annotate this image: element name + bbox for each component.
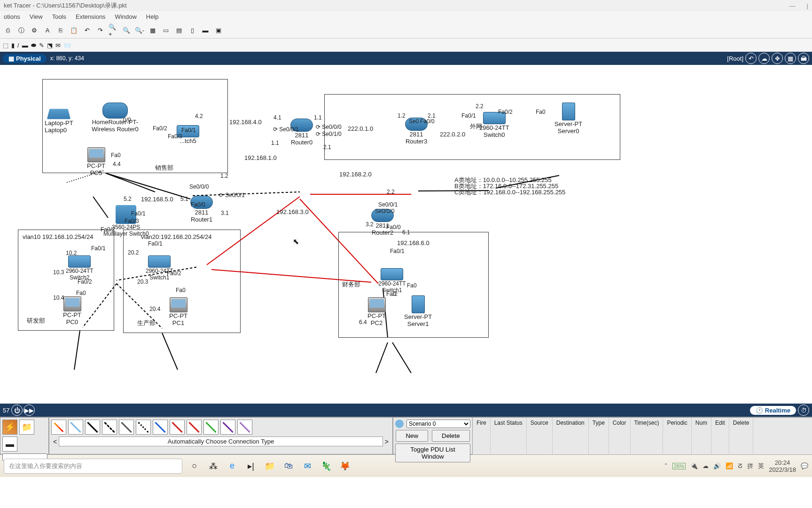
conn-fiber[interactable] [119, 420, 134, 435]
select-icon[interactable]: ⬚ [3, 42, 8, 49]
col-fire[interactable]: Fire [473, 418, 491, 454]
conn-serial-dte[interactable] [187, 420, 202, 435]
cable-auto-icon[interactable]: ⚡ [2, 420, 17, 435]
conn-serial-dce[interactable] [170, 420, 185, 435]
delete-button[interactable]: Delete [432, 430, 470, 442]
envelope-icon[interactable]: ✉ [55, 42, 61, 49]
col-laststatus[interactable]: Last Status [491, 418, 527, 454]
col-time[interactable]: Time(sec) [631, 418, 664, 454]
firefox-icon[interactable]: 🦊 [338, 460, 351, 473]
conn-console[interactable] [68, 420, 83, 435]
edge-icon[interactable]: e [226, 460, 239, 473]
undo-icon[interactable]: ↶ [82, 25, 92, 36]
ime-pinyin-icon[interactable]: 拼 [747, 462, 753, 470]
zoom-reset-icon[interactable]: 🔍 [121, 25, 132, 36]
conn-cross[interactable] [102, 420, 117, 435]
device-switch2[interactable]: 2960-24TT Switch2 [66, 255, 94, 281]
realtime-button[interactable]: 🕐 Realtime [750, 406, 796, 415]
app-icon[interactable]: ⁂ [207, 460, 220, 473]
menu-window[interactable]: Window [115, 13, 137, 21]
envelope2-icon[interactable]: 📨 [63, 42, 71, 49]
grid-button[interactable]: ▦ [785, 53, 796, 64]
onedrive-icon[interactable]: ☁ [703, 462, 709, 469]
conn-coax[interactable] [153, 420, 168, 435]
col-edit[interactable]: Edit [711, 418, 729, 454]
device-pc5[interactable]: PC-PT PC5 [87, 147, 105, 176]
conn-octal[interactable] [203, 420, 219, 435]
back-button[interactable]: ↶ [745, 53, 757, 64]
info-icon[interactable]: ⓘ [16, 25, 26, 36]
conn-auto[interactable] [51, 420, 66, 435]
store-icon[interactable]: 🛍 [282, 460, 295, 473]
menu-tools[interactable]: Tools [52, 13, 66, 21]
note2-icon[interactable]: ▮ [11, 42, 15, 49]
device-pc2[interactable]: PC-PT PC2 [367, 297, 386, 326]
device-laptop0[interactable]: Laptop-PT Laptop0 [45, 107, 73, 134]
device-router1[interactable]: 2811 Router1 [190, 196, 213, 223]
mail-icon[interactable]: ✉ [301, 460, 314, 473]
panel-icon[interactable]: ▣ [213, 25, 224, 36]
ime-lang[interactable]: 英 [758, 462, 764, 470]
conn-phone[interactable] [136, 420, 151, 435]
power-button[interactable]: ⏻ [11, 405, 23, 416]
scenario-select[interactable]: Scenario 0 [406, 420, 470, 428]
scroll-right[interactable]: > [383, 438, 390, 445]
col-source[interactable]: Source [527, 418, 553, 454]
resize-icon[interactable]: ⬔ [47, 42, 53, 49]
layout-icon[interactable]: ▭ [161, 25, 171, 36]
device-wireless-router[interactable]: HomeRouter-PT- Wireless Router0 [92, 103, 139, 133]
conn-straight[interactable] [85, 420, 100, 435]
conn-custom[interactable] [237, 420, 252, 435]
bluetooth-icon[interactable]: ⵒ [738, 462, 742, 469]
col-type[interactable]: Type [589, 418, 609, 454]
zoom-out-icon[interactable]: 🔍- [134, 25, 145, 36]
device-switch1-prod[interactable]: 2960-24TT Switch1 [146, 255, 173, 281]
col-periodic[interactable]: Periodic [663, 418, 691, 454]
tray-up-icon[interactable]: ˄ [664, 462, 668, 469]
windows-search[interactable]: 在这里输入你要搜索的内容 [4, 459, 182, 474]
menu-extensions[interactable]: Extensions [76, 13, 106, 21]
minimize-button[interactable]: — [789, 2, 796, 9]
layout2-icon[interactable]: ▤ [174, 25, 184, 36]
app2-icon[interactable]: 🦎 [320, 460, 333, 473]
bg-button[interactable]: 🏔 [798, 53, 809, 64]
cortana-icon[interactable]: ○ [188, 460, 201, 473]
menu-options[interactable]: otions [4, 13, 20, 21]
device-pc0[interactable]: PC-PT PC0 [63, 296, 81, 325]
menu-view[interactable]: View [30, 13, 43, 21]
workspace[interactable]: Laptop-PT Laptop0 HomeRouter-PT- Wireles… [0, 65, 812, 404]
explorer-icon[interactable]: 📁 [263, 460, 276, 473]
device-switch0[interactable]: 2960-24TT Switch0 [479, 112, 509, 138]
toggle-pdu-button[interactable]: Toggle PDU List Window [395, 444, 470, 462]
clock[interactable]: 20:242022/3/18 [769, 459, 796, 473]
sound-icon[interactable]: 🔊 [713, 462, 721, 469]
device-icon[interactable]: ▬ [200, 25, 211, 36]
wifi-icon[interactable]: 📶 [726, 462, 733, 469]
cloud-button[interactable]: ☁ [758, 53, 770, 64]
power-icon[interactable]: 🔌 [690, 462, 698, 469]
close-button[interactable]: | [807, 2, 808, 9]
print-icon[interactable]: ⎙ [3, 25, 13, 36]
physical-tab[interactable]: ▦ Physical [3, 54, 47, 63]
conn-usb[interactable] [220, 420, 235, 435]
sim-button[interactable]: ⏱ [798, 405, 809, 416]
rect-icon[interactable]: ▬ [22, 42, 28, 49]
device-switch1-fin[interactable]: 2960-24TT Switch1 [378, 268, 406, 294]
zoom-in-icon[interactable]: 🔍+ [108, 25, 118, 36]
paste-icon[interactable]: 📋 [69, 25, 79, 36]
step-button[interactable]: ▶▶ [23, 405, 35, 416]
notifications-icon[interactable]: 💬 [801, 462, 808, 469]
col-delete[interactable]: Delete [729, 418, 754, 454]
line-icon[interactable]: / [17, 42, 19, 49]
taskview-icon[interactable]: ▸| [244, 460, 258, 473]
note-icon[interactable]: ▯ [187, 25, 197, 36]
scroll-left[interactable]: < [51, 438, 59, 445]
battery-icon[interactable]: 26% [672, 463, 686, 469]
redo-icon[interactable]: ↷ [95, 25, 105, 36]
move-button[interactable]: ✥ [772, 53, 783, 64]
device-pc1[interactable]: PC-PT PC1 [169, 297, 187, 326]
device-server1[interactable]: Server-PT Server1 [404, 295, 432, 327]
col-num[interactable]: Num [692, 418, 711, 454]
tool2-icon[interactable]: A [42, 25, 53, 36]
root-label[interactable]: [Root] [727, 55, 743, 62]
